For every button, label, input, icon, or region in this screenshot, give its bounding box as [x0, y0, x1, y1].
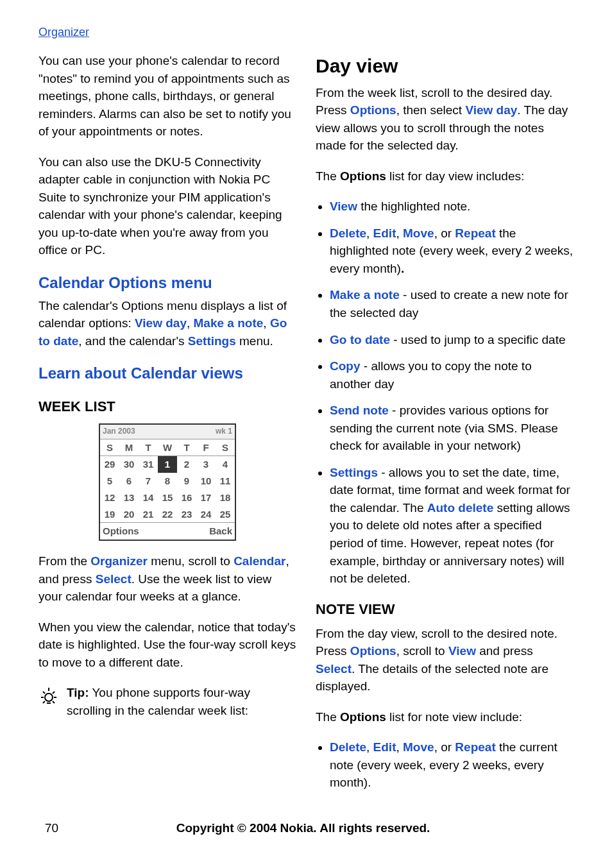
day-view-options-intro: The Options list for day view includes:	[316, 167, 574, 185]
day-header: S	[100, 439, 119, 456]
label-options: Options	[340, 169, 386, 183]
list-item: Delete, Edit, Move, or Repeat the curren…	[330, 738, 574, 792]
option-view-day: View day	[135, 316, 187, 330]
text: and press	[476, 644, 533, 658]
calendar-cell: 22	[158, 506, 177, 523]
calendar-days-header: S M T W T F S	[100, 439, 235, 457]
option-make-a-note: Make a note	[330, 288, 400, 302]
page-number: 70	[45, 821, 58, 835]
text: - used to jump to a specific date	[390, 333, 566, 346]
menu-view: View	[448, 644, 476, 658]
key-options: Options	[350, 103, 396, 117]
calendar-cell: 23	[177, 506, 196, 523]
calendar-cell: 29	[100, 456, 119, 473]
option-auto-delete: Auto delete	[427, 501, 493, 515]
section-header: Organizer	[38, 26, 574, 39]
softkey-options: Options	[103, 524, 139, 538]
day-header: S	[216, 439, 235, 456]
copyright-text: Copyright © 2004 Nokia. All rights reser…	[58, 821, 548, 835]
label-options: Options	[340, 710, 386, 724]
text: , and the calendar's	[78, 334, 188, 348]
calendar-row: 12 13 14 15 16 17 18	[100, 489, 235, 506]
option-edit: Edit	[373, 740, 396, 754]
day-header: T	[139, 439, 158, 456]
key-options: Options	[350, 644, 396, 658]
lightbulb-icon	[38, 686, 59, 712]
text: list for note view include:	[386, 710, 522, 724]
svg-line-6	[43, 701, 45, 703]
text: , then select	[396, 103, 466, 117]
calendar-cell: 12	[100, 489, 119, 506]
calendar-cell: 24	[196, 506, 216, 523]
list-item: Copy - allows you to copy the note to an…	[330, 357, 574, 393]
note-view-para-1: From the day view, scroll to the desired…	[316, 625, 574, 695]
right-column: Day view From the week list, scroll to t…	[316, 52, 574, 802]
option-delete: Delete	[330, 740, 366, 754]
text: The	[316, 169, 340, 183]
calendar-row: 5 6 7 8 9 10 11	[100, 473, 235, 489]
option-go-to-date: Go to date	[330, 333, 390, 346]
calendar-cell: 14	[139, 489, 158, 506]
svg-line-7	[53, 701, 55, 703]
option-repeat: Repeat	[455, 740, 495, 754]
heading-calendar-options: Calendar Options menu	[38, 272, 296, 294]
calendar-cell: 25	[216, 506, 235, 523]
option-settings: Settings	[188, 334, 236, 348]
menu-organizer: Organizer	[90, 554, 148, 568]
softkey-back: Back	[209, 524, 232, 538]
option-delete: Delete	[330, 226, 366, 240]
page-footer: 70 Copyright © 2004 Nokia. All rights re…	[38, 821, 574, 835]
option-move: Move	[403, 226, 434, 240]
text: From the	[38, 554, 90, 568]
calendar-cell: 20	[119, 506, 139, 523]
heading-week-list: WEEK LIST	[38, 396, 296, 417]
text: , scroll to	[396, 644, 448, 658]
heading-note-view: NOTE VIEW	[316, 599, 574, 620]
calendar-cell: 17	[196, 489, 216, 506]
menu-calendar: Calendar	[234, 554, 285, 568]
text: , or	[434, 740, 455, 754]
text: You phone supports four-way scrolling in…	[67, 686, 250, 717]
text: menu.	[236, 334, 273, 348]
calendar-row: 29 30 31 1 2 3 4	[100, 456, 235, 473]
calendar-cell-highlighted: 1	[158, 456, 177, 473]
week-list-para-2: When you view the calendar, notice that …	[38, 618, 296, 672]
option-view: View	[330, 200, 357, 213]
option-move: Move	[403, 740, 434, 754]
text: the highlighted note.	[357, 200, 470, 213]
menu-view-day: View day	[465, 103, 517, 117]
calendar-cell: 8	[158, 473, 177, 489]
calendar-cell: 21	[139, 506, 158, 523]
calendar-cell: 15	[158, 489, 177, 506]
calendar-cell: 3	[196, 456, 216, 473]
text: list for day view includes:	[386, 169, 524, 183]
list-item: View the highlighted note.	[330, 198, 574, 216]
calendar-cell: 16	[177, 489, 196, 506]
list-item: Send note - provides various options for…	[330, 402, 574, 455]
calendar-options-para: The calendar's Options menu displays a l…	[38, 297, 296, 350]
calendar-cell: 11	[216, 473, 235, 489]
note-view-options-intro: The Options list for note view include:	[316, 708, 574, 726]
svg-line-4	[43, 692, 45, 694]
calendar-cell: 13	[119, 489, 139, 506]
screenshot-title: Jan 2003	[103, 426, 135, 437]
list-item: Go to date - used to jump to a specific …	[330, 331, 574, 349]
intro-para-2: You can also use the DKU-5 Connectivity …	[38, 153, 296, 259]
option-settings: Settings	[330, 466, 378, 479]
option-edit: Edit	[373, 226, 396, 240]
calendar-cell: 6	[119, 473, 139, 489]
calendar-cell: 9	[177, 473, 196, 489]
day-header: F	[196, 439, 216, 456]
calendar-cell: 10	[196, 473, 216, 489]
calendar-cell: 30	[119, 456, 139, 473]
day-header: W	[158, 439, 177, 456]
intro-para-1: You can use your phone's calendar to rec…	[38, 52, 296, 140]
option-send-note: Send note	[330, 404, 389, 417]
calendar-cell: 4	[216, 456, 235, 473]
calendar-cell: 2	[177, 456, 196, 473]
tip-text: Tip: You phone supports four-way scrolli…	[67, 684, 296, 719]
text: - allows you to copy the note to another…	[330, 359, 532, 391]
list-item: Make a note - used to create a new note …	[330, 286, 574, 321]
key-select: Select	[96, 572, 132, 586]
text: The	[316, 710, 340, 724]
